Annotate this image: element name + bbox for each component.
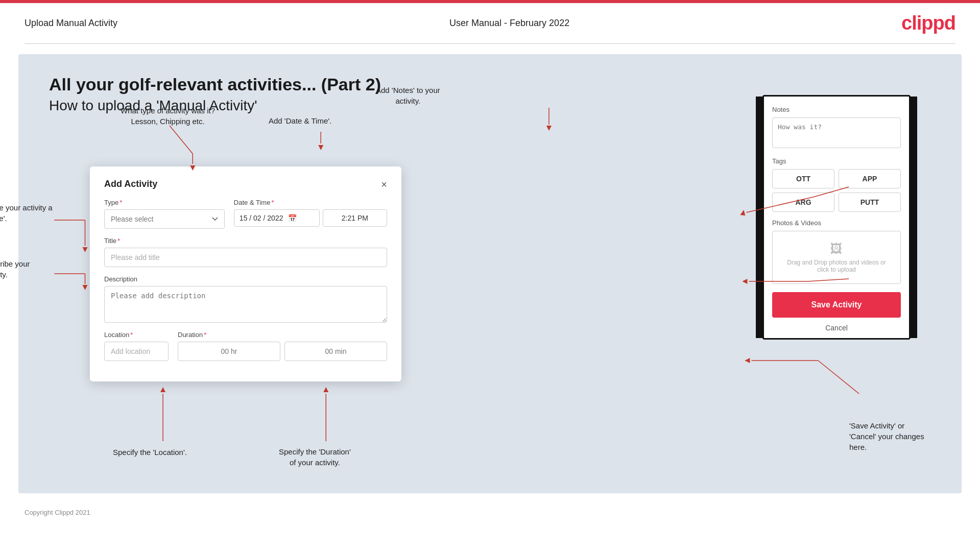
duration-hr-input[interactable] [178,342,280,361]
callout-activity-type-text: What type of activity was it?Lesson, Chi… [121,106,215,126]
type-select[interactable]: Please select [104,209,225,229]
tag-app[interactable]: APP [839,169,901,188]
callout-title: Give your activity a'Title'. [0,202,53,224]
modal-close-button[interactable]: × [381,179,387,189]
callout-date-time: Add 'Date & Time'. [269,115,331,126]
svg-line-25 [818,361,859,394]
callout-duration: Specify the 'Duration'of your activity. [279,446,351,468]
type-label: Type* [104,199,225,206]
location-group: Location* [104,331,169,361]
main-content: All your golf-relevant activities... (Pa… [18,54,962,493]
logo: clippd [901,12,955,34]
duration-group: Duration* [178,331,387,361]
tag-putt[interactable]: PUTT [839,193,901,212]
photos-label: Photos & Videos [772,219,901,227]
mobile-right-bar [910,97,917,338]
callout-notes: Add 'Notes' to youractivity. [376,85,440,106]
tags-grid: OTT APP ARG PUTT [772,169,901,212]
logo-container: clippd [901,12,955,34]
date-input[interactable]: 15 / 02 / 2022 📅 [234,209,320,227]
svg-marker-21 [740,210,745,215]
tag-arg[interactable]: ARG [772,193,834,212]
location-input[interactable] [104,342,169,361]
photos-section: Photos & Videos 🖼 Drag and Drop photos a… [772,219,901,284]
svg-marker-16 [323,387,328,392]
modal-title: Add Activity [104,179,157,189]
footer: Copyright Clippd 2021 [0,504,980,521]
notes-section-label: Notes [772,106,901,113]
cancel-link[interactable]: Cancel [772,324,901,332]
callout-describe-text: Describe youractivity. [0,259,30,279]
description-row: Description [104,275,387,323]
page-title-bold: All your golf-relevant activities... (Pa… [49,75,931,94]
svg-marker-13 [160,387,165,392]
svg-marker-4 [318,145,323,150]
callout-duration-text: Specify the 'Duration'of your activity. [279,447,351,467]
callout-title-text: Give your activity a'Title'. [0,203,53,223]
svg-marker-27 [745,358,750,363]
callout-notes-text: Add 'Notes' to youractivity. [376,86,440,105]
callout-location: Specify the 'Location'. [113,447,187,458]
callout-activity-type: What type of activity was it?Lesson, Chi… [121,105,215,127]
time-input[interactable]: 2:21 PM [323,209,387,227]
svg-marker-24 [742,279,747,284]
description-input[interactable] [104,286,387,323]
mobile-left-bar [756,97,763,338]
type-group: Type* Please select [104,199,225,229]
svg-marker-7 [82,247,87,252]
svg-marker-10 [82,285,87,290]
add-activity-modal: Add Activity × Type* Please select Date … [90,166,401,381]
duration-label: Duration* [178,331,387,339]
date-label: Date & Time* [234,199,387,206]
header-center-label: User Manual - February 2022 [449,18,569,29]
notes-textarea[interactable] [772,117,901,148]
photo-upload-text: Drag and Drop photos and videos orclick … [778,259,895,273]
title-input[interactable] [104,248,387,267]
mobile-panel: Notes Tags OTT APP ARG PUTT Photos & Vid… [762,95,911,340]
description-group: Description [104,275,387,323]
date-value: 15 / 02 / 2022 [240,214,283,222]
callout-save-cancel-text: 'Save Activity' or'Cancel' your changesh… [849,421,924,451]
title-group: Title* [104,237,387,267]
calendar-icon[interactable]: 📅 [288,214,297,222]
modal-header: Add Activity × [104,179,387,189]
callout-save-cancel: 'Save Activity' or'Cancel' your changesh… [849,420,957,452]
location-label: Location* [104,331,169,339]
tags-label: Tags [772,157,901,165]
datetime-group: Date & Time* 15 / 02 / 2022 📅 2:21 PM [234,199,387,229]
header-divider [25,43,955,44]
svg-line-0 [170,126,193,154]
save-activity-button[interactable]: Save Activity [772,292,901,318]
date-time-group: 15 / 02 / 2022 📅 2:21 PM [234,209,387,227]
svg-marker-18 [546,126,552,131]
tags-section: Tags OTT APP ARG PUTT [772,157,901,212]
header: Upload Manual Activity User Manual - Feb… [0,3,980,43]
title-label: Title* [104,237,387,245]
callout-describe: Describe youractivity. [0,258,30,280]
description-label: Description [104,275,387,283]
tag-ott[interactable]: OTT [772,169,834,188]
location-duration-row: Location* Duration* [104,331,387,361]
duration-min-input[interactable] [284,342,387,361]
header-left-label: Upload Manual Activity [25,18,117,29]
copyright-text: Copyright Clippd 2021 [25,509,90,516]
callout-date-time-text: Add 'Date & Time'. [269,116,331,125]
photo-icon: 🖼 [778,242,895,256]
duration-inputs [178,342,387,361]
type-datetime-row: Type* Please select Date & Time* 15 / 02… [104,199,387,229]
photo-upload-box[interactable]: 🖼 Drag and Drop photos and videos orclic… [772,231,901,284]
callout-location-text: Specify the 'Location'. [113,448,187,457]
title-row: Title* [104,237,387,267]
